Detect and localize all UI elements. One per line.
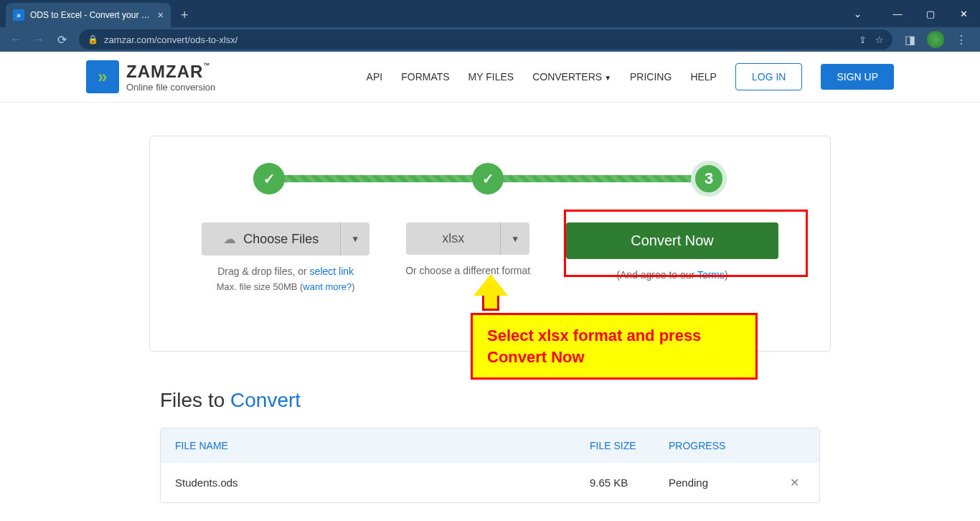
nav-pricing[interactable]: PRICING xyxy=(630,71,672,83)
terms-hint: (And agree to our Terms) xyxy=(616,269,727,281)
file-delete-icon[interactable]: ✕ xyxy=(783,476,805,489)
format-dropdown[interactable]: ▼ xyxy=(500,222,529,255)
tab-close-icon[interactable]: × xyxy=(158,9,164,21)
terms-link[interactable]: Terms xyxy=(697,269,725,281)
lock-icon: 🔒 xyxy=(88,34,98,44)
signup-button[interactable]: SIGN UP xyxy=(821,64,894,90)
choose-files-group: ☁ Choose Files ▼ xyxy=(202,222,369,255)
menu-icon[interactable]: ⋮ xyxy=(951,29,971,50)
files-title: Files to Convert xyxy=(160,389,820,412)
address-bar[interactable]: 🔒 zamzar.com/convert/ods-to-xlsx/ ⇪ ☆ xyxy=(79,29,892,50)
minimize-icon[interactable]: — xyxy=(881,3,914,24)
col-filesize: FILE SIZE xyxy=(590,440,669,451)
share-icon[interactable]: ⇪ xyxy=(859,34,867,45)
choose-files-label: Choose Files xyxy=(243,232,319,247)
nav-formats[interactable]: FORMATS xyxy=(401,71,449,83)
step3-badge: 3 xyxy=(691,161,727,197)
col-progress: PROGRESS xyxy=(669,440,783,451)
nav-myfiles[interactable]: MY FILES xyxy=(468,71,514,83)
choose-files-dropdown[interactable]: ▼ xyxy=(340,222,369,255)
main-nav: API FORMATS MY FILES CONVERTERS▼ PRICING… xyxy=(367,63,894,90)
col-filename: FILE NAME xyxy=(175,440,590,451)
step1-check-icon: ✓ xyxy=(253,163,285,194)
tab-title: ODS to Excel - Convert your ODS xyxy=(30,10,152,20)
format-group: xlsx ▼ xyxy=(406,222,529,255)
convert-now-button[interactable]: Convert Now xyxy=(566,222,778,259)
side-panel-icon[interactable]: ◨ xyxy=(900,29,920,50)
step2-check-icon: ✓ xyxy=(472,163,504,194)
callout-text: Select xlsx format and press Convert Now xyxy=(487,325,741,367)
select-link[interactable]: select link xyxy=(310,266,354,277)
files-table-head: FILE NAME FILE SIZE PROGRESS xyxy=(161,428,819,463)
annotation-arrow-icon xyxy=(473,274,508,311)
tab-dropdown-icon[interactable]: ⌄ xyxy=(841,3,874,24)
site-header: » ZAMZAR™ Online file conversion API FOR… xyxy=(0,52,980,103)
reload-button[interactable]: ⟳ xyxy=(52,29,72,50)
nav-help[interactable]: HELP xyxy=(690,71,717,83)
upload-icon: ☁ xyxy=(223,231,236,247)
chevron-down-icon: ▼ xyxy=(604,74,611,82)
table-row: Students.ods 9.65 KB Pending ✕ xyxy=(161,463,819,502)
brand-tagline: Online file conversion xyxy=(126,82,215,93)
file-size: 9.65 KB xyxy=(590,477,669,489)
annotation-callout: Select xlsx format and press Convert Now xyxy=(471,313,758,380)
forward-button[interactable]: → xyxy=(29,29,49,50)
new-tab-button[interactable]: + xyxy=(181,8,189,23)
back-button[interactable]: ← xyxy=(6,29,26,50)
bookmark-icon[interactable]: ☆ xyxy=(875,34,884,45)
brand-tm: ™ xyxy=(203,62,209,69)
login-button[interactable]: LOG IN xyxy=(735,63,802,90)
profile-avatar[interactable] xyxy=(927,31,944,48)
choose-files-button[interactable]: ☁ Choose Files xyxy=(202,222,340,255)
nav-converters[interactable]: CONVERTERS▼ xyxy=(532,71,611,83)
brand-name: ZAMZAR xyxy=(126,62,203,81)
max-size-hint: Max. file size 50MB (want more?) xyxy=(217,281,355,292)
step-indicator: ✓ ✓ 3 xyxy=(253,161,727,197)
tab-favicon-icon: » xyxy=(13,9,24,21)
window-controls: ⌄ — ▢ ✕ xyxy=(841,0,980,27)
files-table: FILE NAME FILE SIZE PROGRESS Students.od… xyxy=(160,428,820,503)
files-section: Files to Convert FILE NAME FILE SIZE PRO… xyxy=(160,389,820,503)
close-icon[interactable]: ✕ xyxy=(947,3,980,24)
url-text: zamzar.com/convert/ods-to-xlsx/ xyxy=(104,34,237,45)
file-progress: Pending xyxy=(669,477,783,489)
page-content: » ZAMZAR™ Online file conversion API FOR… xyxy=(0,52,980,521)
drag-hint: Drag & drop files, or select link xyxy=(217,266,354,277)
want-more-link[interactable]: want more? xyxy=(303,281,352,292)
browser-toolbar: ← → ⟳ 🔒 zamzar.com/convert/ods-to-xlsx/ … xyxy=(0,27,980,52)
browser-tab[interactable]: » ODS to Excel - Convert your ODS × xyxy=(6,3,171,27)
logo-icon: » xyxy=(86,60,119,93)
format-hint: Or choose a different format xyxy=(405,265,530,276)
nav-api[interactable]: API xyxy=(367,71,383,83)
format-select[interactable]: xlsx xyxy=(406,222,500,255)
file-name: Students.ods xyxy=(175,477,590,489)
browser-titlebar: » ODS to Excel - Convert your ODS × + ⌄ … xyxy=(0,0,980,27)
logo[interactable]: » ZAMZAR™ Online file conversion xyxy=(86,60,215,93)
maximize-icon[interactable]: ▢ xyxy=(914,3,947,24)
